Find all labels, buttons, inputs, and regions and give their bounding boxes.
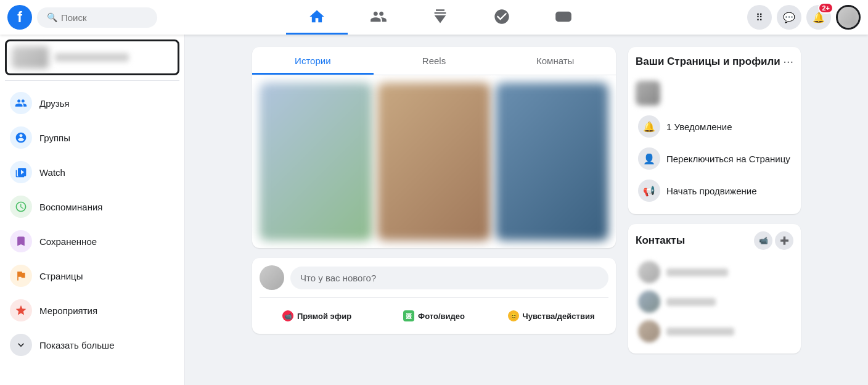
promote-icon: 📢 <box>638 180 660 202</box>
memories-icon <box>10 196 32 218</box>
saved-label: Сохраненное <box>39 236 97 247</box>
switch-page-icon: 👤 <box>638 147 660 170</box>
topbar-center <box>185 0 695 35</box>
right-panel-wrapper: Ваши Страницы и профили ··· 🔔 1 Уведомле… <box>628 47 801 373</box>
sidebar-item-show-more[interactable]: Показать больше <box>5 328 179 362</box>
live-label: Прямой эфир <box>297 312 351 321</box>
add-contact-icon: ➕ <box>780 236 789 245</box>
notifications-button[interactable]: 🔔 2+ <box>806 5 831 30</box>
search-box[interactable]: 🔍 <box>37 7 157 28</box>
friends-label: Друзья <box>39 98 70 109</box>
contact-item-1[interactable] <box>636 257 793 287</box>
nav-watch-button[interactable] <box>409 0 471 35</box>
groups-icon <box>10 126 32 149</box>
stories-card: Истории Reels Комнаты <box>252 47 616 248</box>
feed: Истории Reels Комнаты Что у вас нового? <box>252 47 616 373</box>
sidebar-item-saved[interactable]: Сохраненное <box>5 224 179 259</box>
feeling-label: Чувства/действия <box>523 312 595 321</box>
live-action-button[interactable]: 📹 Прямой эфир <box>260 305 374 326</box>
events-label: Мероприятия <box>39 305 97 316</box>
tab-rooms[interactable]: Комнаты <box>494 47 616 75</box>
profile-name <box>55 53 129 62</box>
search-icon: 🔍 <box>47 12 57 22</box>
pages-profiles-title: Ваши Страницы и профили <box>636 56 780 68</box>
profile-avatar[interactable] <box>836 5 861 30</box>
nav-groups-button[interactable] <box>471 0 533 35</box>
sidebar-item-watch[interactable]: Watch <box>5 155 179 189</box>
promote-label: Начать продвижение <box>666 186 756 196</box>
sidebar-item-memories[interactable]: Воспоминания <box>5 189 179 224</box>
show-more-label: Показать больше <box>39 340 114 350</box>
memories-label: Воспоминания <box>39 202 102 212</box>
nav-home-button[interactable] <box>286 0 348 35</box>
contact-avatar-2 <box>638 291 660 313</box>
story-item-3[interactable] <box>496 83 608 241</box>
pages-more-button[interactable]: ··· <box>783 54 793 68</box>
contact-avatar-3 <box>638 320 660 342</box>
sidebar-item-groups[interactable]: Группы <box>5 120 179 155</box>
sidebar-item-friends[interactable]: Друзья <box>5 86 179 120</box>
notifications-badge: 2+ <box>818 2 833 14</box>
contacts-search-button[interactable]: ➕ <box>775 231 793 250</box>
topbar-right: ⠿ 💬 🔔 2+ <box>695 5 868 30</box>
page-avatar <box>636 81 660 106</box>
photo-icon: 🖼 <box>403 310 414 321</box>
svg-rect-0 <box>556 12 570 21</box>
switch-page-label: Переключиться на Страницу <box>666 154 790 164</box>
facebook-logo[interactable]: f <box>7 5 32 30</box>
post-avatar <box>260 265 284 290</box>
promote-item[interactable]: 📢 Начать продвижение <box>636 175 793 207</box>
post-box-top: Что у вас нового? <box>260 265 608 290</box>
nav-gaming-button[interactable] <box>533 0 594 35</box>
sidebar-profile[interactable] <box>5 39 179 75</box>
live-icon: 📹 <box>282 310 293 321</box>
notification-item[interactable]: 🔔 1 Уведомление <box>636 110 793 143</box>
contacts-add-button[interactable]: 📹 <box>754 231 772 250</box>
tab-reels[interactable]: Reels <box>374 47 495 75</box>
sidebar-item-events[interactable]: Мероприятия <box>5 293 179 328</box>
tab-stories[interactable]: Истории <box>252 47 374 75</box>
content-area: Истории Reels Комнаты Что у вас нового? <box>185 35 868 385</box>
apps-button[interactable]: ⠿ <box>747 5 772 30</box>
stories-tabs: Истории Reels Комнаты <box>252 47 616 75</box>
contacts-title: Контакты <box>636 234 685 247</box>
friends-icon <box>10 92 32 114</box>
post-box: Что у вас нового? 📹 Прямой эфир 🖼 Фото/в… <box>252 258 616 334</box>
contact-item-2[interactable] <box>636 287 793 317</box>
post-box-actions: 📹 Прямой эфир 🖼 Фото/видео 😊 <box>260 297 608 326</box>
contacts-section: Контакты 📹 ➕ <box>628 224 801 354</box>
feeling-action-button[interactable]: 😊 Чувства/действия <box>494 305 608 326</box>
watch-icon <box>10 161 32 183</box>
photo-action-button[interactable]: 🖼 Фото/видео <box>377 305 491 326</box>
contacts-header: Контакты 📹 ➕ <box>636 231 793 250</box>
topbar: f 🔍 ⠿ 💬 <box>0 0 868 35</box>
story-item-2[interactable] <box>377 83 490 241</box>
nav-friends-button[interactable] <box>348 0 409 35</box>
apps-icon: ⠿ <box>756 12 763 23</box>
watch-label: Watch <box>39 167 65 178</box>
messenger-button[interactable]: 💬 <box>777 5 801 30</box>
contact-name-1 <box>666 268 728 276</box>
feeling-icon: 😊 <box>508 310 519 321</box>
events-icon <box>10 299 32 321</box>
saved-icon <box>10 230 32 252</box>
page-item[interactable] <box>636 76 793 110</box>
switch-page-item[interactable]: 👤 Переключиться на Страницу <box>636 143 793 175</box>
video-call-icon: 📹 <box>759 236 768 245</box>
post-input[interactable]: Что у вас нового? <box>290 267 608 289</box>
main-layout: Друзья Группы Watch Воспоминания Сохране <box>0 0 868 385</box>
notification-label: 1 Уведомление <box>666 122 732 132</box>
show-more-icon <box>10 334 32 356</box>
pages-label: Страницы <box>39 271 83 281</box>
right-panel-sticky: Ваши Страницы и профили ··· 🔔 1 Уведомле… <box>628 47 801 354</box>
topbar-left: f 🔍 <box>0 5 185 30</box>
story-item-1[interactable] <box>260 83 372 241</box>
notification-icon: 🔔 <box>638 115 660 138</box>
sidebar-item-pages[interactable]: Страницы <box>5 259 179 293</box>
contact-item-3[interactable] <box>636 317 793 346</box>
pages-icon <box>10 265 32 287</box>
search-input[interactable] <box>61 12 147 23</box>
sidebar: Друзья Группы Watch Воспоминания Сохране <box>0 35 185 385</box>
contacts-actions: 📹 ➕ <box>754 231 793 250</box>
pages-profiles-header: Ваши Страницы и профили ··· <box>636 54 793 68</box>
